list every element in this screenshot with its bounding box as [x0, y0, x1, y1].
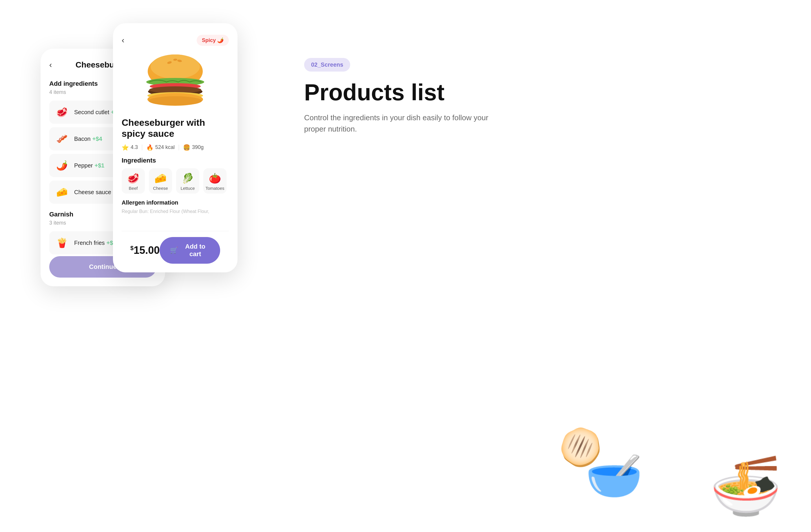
deco-bowl: 🥣 [585, 449, 643, 503]
price-value: 15.00 [134, 244, 159, 256]
left-back-button[interactable]: ‹ [49, 60, 52, 70]
ing-icon-tomatoes: 🍅 [209, 172, 221, 184]
cart-icon: 🛒 [170, 247, 178, 254]
add-to-cart-button[interactable]: 🛒 Add to cart [159, 237, 220, 264]
ingredient-icon-1: 🥓 [55, 131, 70, 146]
ing-icon-cheese: 🧀 [154, 172, 167, 184]
ing-label-lettuce: Lettuce [181, 186, 195, 191]
stat-rating: ⭐ 4.3 [122, 144, 138, 151]
detail-header: ‹ Spicy 🌶️ [122, 35, 229, 46]
info-section: 02_Screens Products list Control the ing… [304, 58, 507, 135]
right-phone-inner: ‹ Spicy 🌶️ [113, 23, 238, 272]
ingredient-name-2: Pepper [74, 162, 93, 169]
ing-icon-beef: 🥩 [127, 172, 139, 184]
deco-noodles: 🍜 [709, 452, 782, 520]
svg-point-11 [149, 96, 202, 105]
ingredient-name-0: Second cutlet [74, 109, 109, 116]
screens-badge: 02_Screens [304, 58, 350, 72]
stats-row: ⭐ 4.3 🔥 524 kcal 🍔 390g [122, 144, 229, 151]
main-title: Products list [304, 80, 507, 105]
allergen-text: Regular Bun: Enriched Flour (Wheat Flour… [122, 208, 229, 215]
ing-label-beef: Beef [129, 186, 138, 191]
rating-value: 4.3 [131, 144, 138, 150]
price-display: $15.00 [130, 244, 159, 256]
ingredient-icon-0: 🥩 [55, 105, 70, 120]
ing-chip-cheese[interactable]: 🧀 Cheese [149, 168, 172, 194]
ingredient-price-1: +$4 [92, 136, 102, 142]
ingredient-price-2: +$1 [95, 162, 105, 169]
detail-back-button[interactable]: ‹ [122, 36, 124, 45]
stat-weight: 🍔 390g [183, 144, 204, 151]
calories-value: 524 kcal [155, 144, 175, 150]
weight-value: 390g [192, 144, 204, 150]
ing-chip-beef[interactable]: 🥩 Beef [122, 168, 145, 194]
ingredient-name-3: Cheese sauce [74, 189, 111, 196]
ingredients-scroll: 🥩 Beef 🧀 Cheese 🥬 Lettuce 🍅 Tomatoes 🧅 O… [122, 168, 229, 194]
currency-symbol: $ [130, 245, 134, 251]
ingredient-icon-2: 🌶️ [55, 158, 70, 173]
stat-divider-1 [142, 145, 142, 150]
ingredients-label: Ingredients [122, 157, 229, 164]
spicy-badge: Spicy 🌶️ [197, 35, 229, 46]
ingredient-name-1: Bacon [74, 136, 91, 142]
allergen-label: Allergen information [122, 199, 229, 206]
ing-label-tomatoes: Tomatoes [205, 186, 224, 191]
svg-point-1 [151, 55, 200, 79]
stat-calories: 🔥 524 kcal [146, 144, 175, 151]
ing-chip-tomatoes[interactable]: 🍅 Tomatoes [203, 168, 227, 194]
ing-label-cheese: Cheese [153, 186, 168, 191]
add-cart-label: Add to cart [181, 243, 210, 258]
burger-icon: 🍔 [183, 144, 190, 151]
star-icon: ⭐ [122, 144, 129, 151]
detail-footer: $15.00 🛒 Add to cart [122, 231, 229, 272]
stat-divider-2 [179, 145, 179, 150]
right-phone: ‹ Spicy 🌶️ [113, 23, 238, 272]
ing-icon-lettuce: 🥬 [182, 172, 194, 184]
burger-name: Cheeseburger with spicy sauce [122, 117, 229, 139]
fire-icon: 🔥 [146, 144, 153, 151]
burger-image [135, 49, 216, 112]
garnish-name-0: French fries [74, 240, 105, 246]
ingredient-icon-3: 🧀 [55, 185, 70, 200]
garnish-icon-0: 🍟 [55, 235, 70, 250]
main-description: Control the ingredients in your dish eas… [304, 112, 507, 135]
ing-chip-lettuce[interactable]: 🥬 Lettuce [176, 168, 199, 194]
